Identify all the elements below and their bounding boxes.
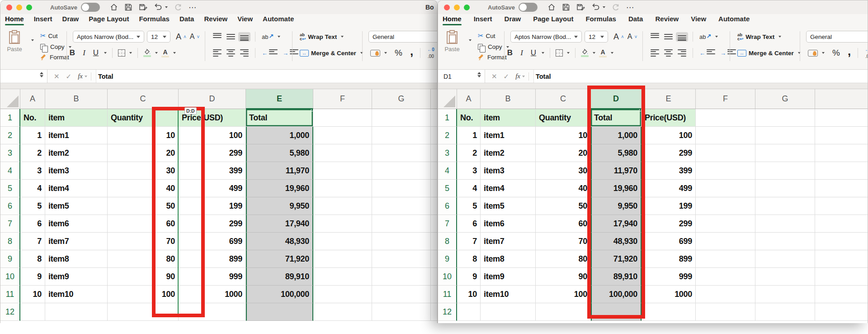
formula-input[interactable]: Total	[533, 70, 868, 83]
number-format-select[interactable]: General	[368, 31, 438, 43]
align-right-button[interactable]	[676, 48, 688, 58]
align-middle-button[interactable]	[225, 32, 237, 42]
underline-button[interactable]: U	[90, 48, 108, 58]
cell-A4[interactable]: 3	[20, 162, 45, 180]
save-icon[interactable]	[124, 3, 132, 11]
cell-D2[interactable]: 100	[179, 127, 246, 144]
comma-format-button[interactable]: ,	[846, 48, 853, 55]
cell-E10[interactable]: 89,910	[246, 268, 313, 286]
cell-B3[interactable]: item2	[45, 144, 108, 162]
row-header-8[interactable]: 8	[0, 233, 20, 250]
cell-C11[interactable]: 100	[108, 286, 179, 303]
tab-view[interactable]: View	[691, 14, 706, 25]
tab-data[interactable]: Data	[628, 14, 643, 25]
fill-handle[interactable]	[311, 109, 313, 111]
cancel-icon[interactable]: ✕	[491, 72, 497, 81]
currency-format-button[interactable]	[806, 49, 826, 57]
cell-E8[interactable]: 48,930	[246, 233, 313, 250]
column-header-C[interactable]: C	[108, 89, 179, 109]
cell-C6[interactable]: 50	[536, 197, 591, 215]
row-header-7[interactable]: 7	[438, 215, 457, 233]
cell-F10[interactable]	[696, 268, 755, 286]
cell-G3[interactable]	[372, 144, 431, 162]
cell-G3[interactable]	[755, 144, 815, 162]
cell-E7[interactable]: 17,940	[246, 215, 313, 233]
borders-button[interactable]	[554, 48, 571, 57]
undo-icon[interactable]	[154, 3, 168, 11]
cell-G2[interactable]	[372, 127, 431, 144]
cell-G10[interactable]	[372, 268, 431, 286]
formula-input[interactable]: Total	[96, 70, 437, 83]
cell-D3[interactable]: 299	[179, 144, 246, 162]
cell-E6[interactable]: 199	[642, 197, 696, 215]
cell-F1[interactable]	[313, 109, 372, 127]
cell-G10[interactable]	[755, 268, 815, 286]
cell-A12[interactable]	[20, 303, 45, 321]
cell-B10[interactable]: item9	[45, 268, 108, 286]
cell-E4[interactable]: 399	[642, 162, 696, 180]
bold-button[interactable]: B	[66, 48, 78, 58]
decrease-font-size-button[interactable]: A˅	[188, 32, 202, 42]
cell-E10[interactable]: 999	[642, 268, 696, 286]
cell-F9[interactable]	[696, 250, 755, 268]
cell-G8[interactable]	[755, 233, 815, 250]
align-top-button[interactable]	[649, 32, 661, 42]
cell-G12[interactable]	[755, 303, 815, 321]
align-left-button[interactable]	[211, 48, 223, 58]
column-header-D[interactable]: D	[591, 89, 642, 109]
cell-A4[interactable]: 3	[457, 162, 481, 180]
decrease-decimal-button[interactable]: ←0 .00	[425, 47, 436, 60]
bold-button[interactable]: B	[504, 48, 516, 58]
autosave-toggle[interactable]	[519, 3, 538, 12]
cell-C11[interactable]: 100	[536, 286, 591, 303]
cell-C1[interactable]: Quantity	[536, 109, 591, 127]
cell-D8[interactable]: 48,930	[591, 233, 642, 250]
cell-B1[interactable]: item	[45, 109, 108, 127]
confirm-icon[interactable]: ✓	[66, 72, 72, 81]
autosave-toggle[interactable]	[81, 3, 100, 12]
cell-A3[interactable]: 2	[457, 144, 481, 162]
cell-A1[interactable]: No.	[20, 109, 45, 127]
fill-handle[interactable]	[639, 109, 642, 111]
cell-F5[interactable]	[313, 180, 372, 197]
cell-F7[interactable]	[696, 215, 755, 233]
cell-E5[interactable]: 499	[642, 180, 696, 197]
name-box-stepper[interactable]	[40, 72, 43, 77]
cell-F5[interactable]	[696, 180, 755, 197]
decrease-decimal-button[interactable]: ←0 .00	[863, 47, 868, 60]
cell-E2[interactable]: 1,000	[246, 127, 313, 144]
undo-icon[interactable]	[591, 3, 605, 11]
cell-G11[interactable]	[372, 286, 431, 303]
fill-color-button[interactable]	[142, 48, 160, 58]
row-header-1[interactable]: 1	[438, 109, 457, 127]
cell-B7[interactable]: item6	[45, 215, 108, 233]
align-right-button[interactable]	[238, 48, 250, 58]
cell-E5[interactable]: 19,960	[246, 180, 313, 197]
cell-G5[interactable]	[372, 180, 431, 197]
cell-C8[interactable]: 70	[536, 233, 591, 250]
cell-B11[interactable]: item10	[481, 286, 536, 303]
more-icon[interactable]: ⋯	[626, 4, 634, 11]
cell-C12[interactable]	[108, 303, 179, 321]
increase-font-size-button[interactable]: A˄	[612, 31, 626, 43]
wrap-text-button[interactable]: abc↩ Wrap Text	[298, 32, 345, 42]
cell-A8[interactable]: 7	[20, 233, 45, 250]
cell-A7[interactable]: 6	[20, 215, 45, 233]
row-header-12[interactable]: 12	[0, 303, 20, 321]
cell-G6[interactable]	[372, 197, 431, 215]
minimize-button[interactable]	[454, 5, 460, 10]
cell-D11[interactable]: 100,000	[591, 286, 642, 303]
cell-A10[interactable]: 9	[457, 268, 481, 286]
cell-F2[interactable]	[313, 127, 372, 144]
row-header-3[interactable]: 3	[438, 144, 457, 162]
orientation-button[interactable]: ab↗	[260, 33, 282, 41]
cell-F8[interactable]	[313, 233, 372, 250]
column-header-A[interactable]: A	[457, 89, 481, 109]
cell-F3[interactable]	[696, 144, 755, 162]
cell-G11[interactable]	[755, 286, 815, 303]
cell-A2[interactable]: 1	[20, 127, 45, 144]
decrease-font-size-button[interactable]: A˅	[626, 32, 639, 42]
column-header-F[interactable]: F	[696, 89, 755, 109]
cell-B10[interactable]: item9	[481, 268, 536, 286]
save-as-icon[interactable]	[576, 3, 585, 11]
